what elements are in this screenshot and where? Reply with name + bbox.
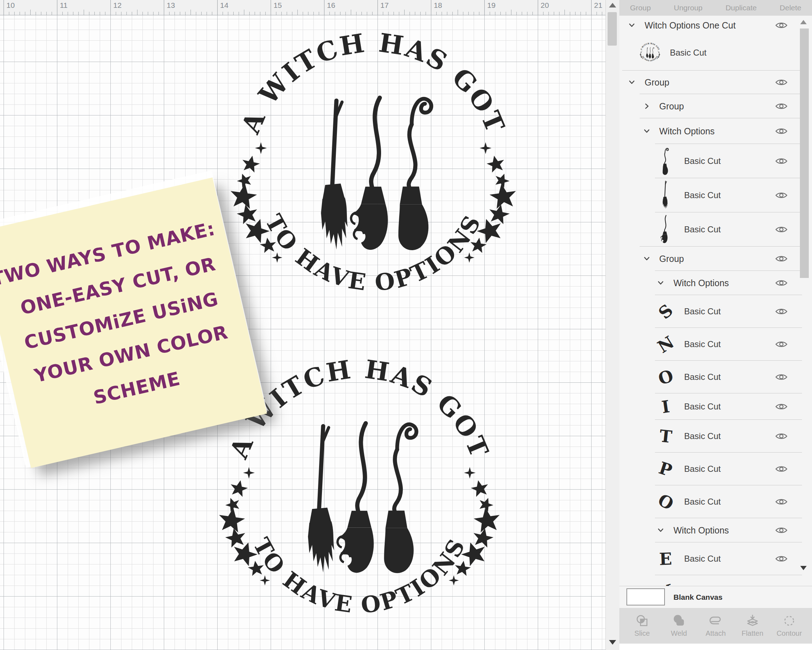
letter-thumbnail: O: [656, 491, 675, 512]
layer-group-label: Witch Options: [673, 278, 729, 288]
layer-type-label: Basic Cut: [684, 497, 721, 507]
visibility-eye-icon[interactable]: [775, 526, 788, 535]
layer-row-basic-cut[interactable]: T Basic Cut: [619, 420, 812, 453]
panel-scroll-up-icon[interactable]: [800, 20, 807, 24]
slice-button[interactable]: Slice: [624, 608, 660, 644]
attach-label: Attach: [705, 629, 726, 638]
ruler-number: 16: [327, 1, 335, 10]
ruler-number: 17: [380, 1, 389, 10]
layer-type-label: Basic Cut: [684, 190, 721, 200]
visibility-eye-icon[interactable]: [775, 340, 788, 349]
delete-button[interactable]: Delete: [780, 3, 801, 12]
panel-scrollbar-thumb[interactable]: [800, 29, 809, 278]
layer-row-basic-cut[interactable]: O Basic Cut: [619, 361, 812, 393]
letter-glyph: E: [659, 549, 672, 569]
ruler-number: 15: [273, 1, 282, 10]
contour-dashed-circle-icon: [783, 614, 796, 627]
ruler-number: 13: [167, 1, 175, 10]
straight-broom-thumbnail: [658, 180, 673, 210]
witch-design-artwork-top[interactable]: [226, 24, 521, 320]
flatten-button[interactable]: Flatten: [735, 608, 770, 644]
flatten-label: Flatten: [742, 629, 763, 638]
canvas-scrollbar-thumb[interactable]: [607, 12, 617, 46]
layer-row-witch-options[interactable]: Witch Options: [619, 118, 812, 144]
visibility-eye-icon[interactable]: [775, 225, 788, 234]
duplicate-button[interactable]: Duplicate: [725, 3, 757, 12]
weld-button[interactable]: Weld: [661, 608, 697, 644]
blank-canvas-label: Blank Canvas: [673, 593, 723, 601]
letter-glyph: N: [654, 332, 678, 356]
layer-row-basic-cut[interactable]: I Basic Cut: [619, 393, 812, 420]
layer-row-basic-cut-clipped[interactable]: K Basic Cut: [619, 575, 812, 586]
layer-row-group[interactable]: Group: [619, 70, 812, 94]
visibility-eye-icon[interactable]: [775, 21, 788, 30]
layer-group-label: Witch Options One Cut: [645, 20, 736, 31]
layer-group-label: Group: [659, 101, 684, 112]
letter-thumbnail: T: [656, 425, 675, 447]
contour-label: Contour: [776, 629, 802, 638]
panel-scroll-down-icon[interactable]: [800, 566, 807, 570]
chevron-down-icon[interactable]: [657, 526, 665, 534]
design-canvas[interactable]: 10 11 12 13 14 15 16 17 18 19 20 21 TWO …: [0, 0, 606, 650]
visibility-eye-icon[interactable]: [775, 279, 788, 288]
scroll-up-arrow-icon[interactable]: [609, 3, 616, 8]
ungroup-button[interactable]: Ungroup: [674, 3, 703, 12]
layer-row-basic-cut[interactable]: E Basic Cut: [619, 542, 812, 575]
witch-design-thumbnail: [639, 42, 661, 63]
ruler-number: 11: [60, 1, 68, 10]
layer-row-basic-cut[interactable]: Basic Cut: [619, 213, 812, 246]
visibility-eye-icon[interactable]: [775, 307, 788, 316]
visibility-eye-icon[interactable]: [775, 78, 788, 87]
blank-canvas-row[interactable]: Blank Canvas: [619, 586, 812, 608]
flatten-layers-icon: [746, 614, 759, 627]
canvas-scrollbar[interactable]: [606, 0, 620, 650]
layer-type-label: Basic Cut: [684, 402, 721, 411]
blank-canvas-swatch[interactable]: [626, 588, 665, 606]
layer-row-basic-cut[interactable]: Basic Cut: [619, 144, 812, 178]
visibility-eye-icon[interactable]: [775, 191, 788, 200]
layer-row-basic-cut[interactable]: O Basic Cut: [619, 485, 812, 518]
visibility-eye-icon[interactable]: [775, 555, 788, 563]
layer-row-basic-cut[interactable]: P Basic Cut: [619, 453, 812, 485]
layer-type-label: Basic Cut: [684, 554, 721, 564]
visibility-eye-icon[interactable]: [775, 102, 788, 111]
layer-row-basic-cut[interactable]: N Basic Cut: [619, 328, 812, 361]
layer-row-basic-cut[interactable]: Basic Cut: [619, 35, 812, 70]
visibility-eye-icon[interactable]: [775, 497, 788, 506]
layer-row-group[interactable]: Group: [619, 246, 812, 271]
bottom-tools-bar: Slice Weld Attach Flatten Contour: [619, 608, 812, 644]
chevron-right-icon[interactable]: [643, 102, 651, 110]
horizontal-ruler: 10 11 12 13 14 15 16 17 18 19 20 21: [0, 0, 606, 15]
visibility-eye-icon[interactable]: [775, 373, 788, 382]
layer-row-group-collapsed[interactable]: Group: [619, 94, 812, 118]
chevron-down-icon[interactable]: [643, 255, 651, 263]
visibility-eye-icon[interactable]: [775, 432, 788, 441]
visibility-eye-icon[interactable]: [775, 402, 788, 411]
layer-row-basic-cut[interactable]: Basic Cut: [619, 178, 812, 213]
scroll-down-arrow-icon[interactable]: [609, 640, 616, 645]
layer-row-witch-options[interactable]: Witch Options: [619, 271, 812, 295]
visibility-eye-icon[interactable]: [775, 465, 788, 474]
visibility-eye-icon[interactable]: [775, 127, 788, 136]
letter-glyph: K: [656, 580, 675, 586]
layer-type-label: Basic Cut: [684, 225, 721, 234]
group-button[interactable]: Group: [630, 3, 651, 12]
visibility-eye-icon[interactable]: [775, 254, 788, 263]
attach-button[interactable]: Attach: [698, 608, 734, 644]
layer-row-witch-options[interactable]: Witch Options: [619, 518, 812, 542]
visibility-eye-icon[interactable]: [775, 157, 788, 166]
contour-button[interactable]: Contour: [771, 608, 807, 644]
layer-row-witch-options-one-cut[interactable]: Witch Options One Cut: [619, 16, 812, 35]
chevron-down-icon[interactable]: [657, 279, 665, 287]
layer-type-label: Basic Cut: [684, 306, 721, 317]
weld-label: Weld: [671, 629, 687, 638]
wavy-broom-thumbnail: [658, 215, 673, 244]
ruler-number: 21: [594, 1, 602, 10]
chevron-down-icon[interactable]: [643, 127, 651, 135]
letter-glyph: P: [657, 457, 675, 480]
letter-glyph: I: [660, 396, 671, 417]
layer-row-basic-cut[interactable]: S Basic Cut: [619, 295, 812, 328]
letter-thumbnail: O: [656, 366, 675, 388]
chevron-down-icon[interactable]: [628, 78, 636, 86]
chevron-down-icon[interactable]: [628, 21, 636, 29]
